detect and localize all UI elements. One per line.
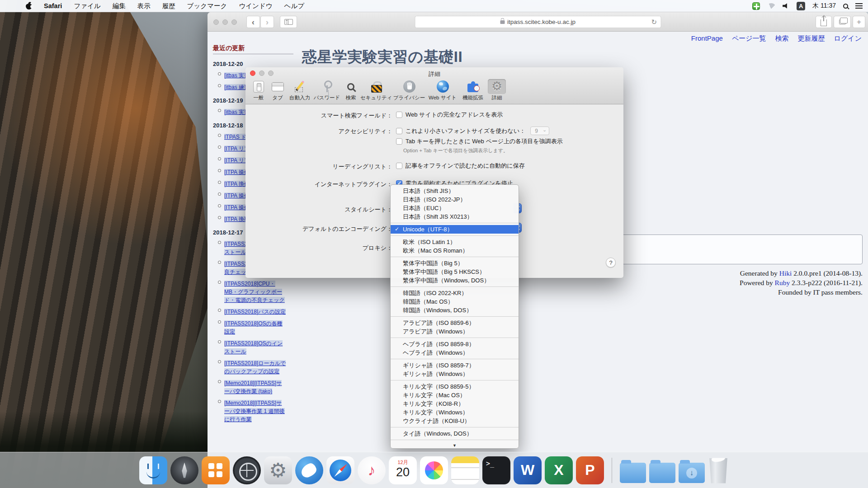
dock-thunderbird[interactable] — [295, 456, 323, 484]
spotlight-icon[interactable] — [843, 4, 848, 9]
status-app-icon[interactable] — [752, 2, 760, 10]
prefs-tab-autofill[interactable]: 自動入力 — [287, 78, 312, 101]
menu-bar-clock[interactable]: 木 11:37 — [812, 2, 836, 10]
checkbox[interactable] — [396, 112, 402, 118]
menu-app-name[interactable]: Safari — [44, 2, 62, 9]
input-source-icon[interactable]: A — [797, 2, 805, 10]
dock-word[interactable]: W — [514, 456, 542, 484]
encoding-option[interactable]: 日本語（ISO 2022-JP） — [391, 195, 519, 204]
encoding-option[interactable]: 欧米（ISO Latin 1） — [391, 238, 519, 246]
encoding-option[interactable]: キリル文字（Windows） — [391, 408, 519, 417]
minimize-button[interactable] — [259, 70, 264, 76]
sidebar-link[interactable]: [ITPASS2018]OSのインストール — [224, 340, 283, 355]
menu-help[interactable]: ヘルプ — [284, 2, 305, 10]
share-button[interactable] — [816, 16, 832, 28]
font-size-popup[interactable]: 9 — [530, 127, 549, 135]
sidebar-link[interactable]: [ITPASS2018]ローカルでのバックアップの設定 — [224, 360, 286, 375]
prefs-tab-advanced[interactable]: ⚙ 詳細 — [487, 78, 507, 101]
encoding-option[interactable]: 繁体字中国語（Big 5） — [391, 259, 519, 267]
checkbox[interactable] — [396, 138, 402, 145]
nav-page-list[interactable]: ページ一覧 — [732, 34, 766, 43]
encoding-option[interactable]: 韓国語（ISO 2022-KR） — [391, 289, 519, 297]
checkbox[interactable] — [396, 163, 402, 169]
prefs-tab-passwords[interactable]: パスワード — [312, 78, 341, 101]
zoom-button[interactable] — [231, 19, 237, 25]
encoding-option[interactable]: 欧米（Mac OS Roman） — [391, 246, 519, 255]
encoding-option-selected[interactable]: ✓ Unicode（UTF-8） — [391, 225, 519, 234]
help-button[interactable]: ? — [606, 258, 616, 267]
encoding-option[interactable]: ギリシャ語（ISO 8859-7） — [391, 361, 519, 370]
encoding-option[interactable]: 日本語（Shift JIS） — [391, 187, 519, 195]
encoding-option[interactable]: 繁体字中国語（Windows, DOS） — [391, 276, 519, 285]
menu-bookmarks[interactable]: ブックマーク — [187, 2, 227, 10]
dock-system-preferences[interactable]: ⚙ — [264, 456, 292, 484]
encoding-option[interactable]: 日本語（EUC） — [391, 204, 519, 212]
wifi-off-icon[interactable] — [767, 3, 775, 9]
encoding-option[interactable]: アラビア語（ISO 8859-6） — [391, 319, 519, 327]
nav-search[interactable]: 検索 — [775, 34, 789, 43]
menu-history[interactable]: 履歴 — [162, 2, 175, 10]
reload-icon[interactable]: ↻ — [651, 18, 657, 26]
dock-launchpad[interactable] — [170, 456, 198, 484]
dock-photos[interactable] — [420, 456, 448, 484]
encoding-option[interactable]: キリル文字（Mac OS） — [391, 391, 519, 399]
nav-frontpage[interactable]: FrontPage — [691, 34, 723, 43]
hiki-link[interactable]: Hiki — [779, 269, 792, 277]
sidebar-link[interactable]: [ITPASS2018]OSの各種設定 — [224, 320, 283, 335]
encoding-option[interactable]: アラビア語（Windows） — [391, 327, 519, 336]
apple-menu-icon[interactable] — [26, 2, 32, 9]
dock-itunes[interactable]: ♪ — [358, 456, 386, 484]
encoding-option[interactable]: ギリシャ語（Windows） — [391, 370, 519, 378]
dock-folder-2[interactable] — [649, 463, 675, 483]
encoding-option[interactable]: 韓国語（Mac OS） — [391, 297, 519, 306]
menu-view[interactable]: 表示 — [137, 2, 151, 10]
dock-excel[interactable]: X — [545, 456, 573, 484]
sidebar-toggle-button[interactable] — [280, 16, 297, 28]
dock-downloads-folder[interactable] — [679, 463, 705, 483]
dock-finder[interactable] — [139, 456, 167, 484]
forward-button[interactable]: › — [260, 16, 274, 28]
prefs-tab-privacy[interactable]: プライバシー — [392, 78, 426, 101]
sidebar-link[interactable]: [Memo2018][ITPASS]サーバ交換事作業 1 週間後に行う作業 — [224, 400, 285, 422]
dock-notes[interactable] — [451, 456, 479, 484]
new-tab-button[interactable]: + — [853, 16, 865, 28]
encoding-option[interactable]: ヘブライ語（ISO 8859-8） — [391, 340, 519, 348]
encoding-option[interactable]: 日本語（Shift JIS X0213） — [391, 212, 519, 221]
dock-calendar[interactable]: 12月 20 — [389, 456, 417, 484]
encoding-option[interactable]: ウクライナ語（KOI8-U） — [391, 417, 519, 425]
dock-powerpoint[interactable]: P — [576, 456, 604, 484]
close-button[interactable] — [213, 19, 219, 25]
encoding-option[interactable]: ヘブライ語（Windows） — [391, 348, 519, 357]
notification-center-icon[interactable] — [855, 3, 863, 9]
nav-recent-changes[interactable]: 更新履歴 — [798, 34, 825, 43]
tab-overview-button[interactable] — [834, 16, 851, 28]
encoding-option[interactable]: タイ語（Windows, DOS） — [391, 429, 519, 438]
nav-login[interactable]: ログイン — [834, 34, 862, 43]
prefs-tab-search[interactable]: 検索 — [341, 78, 360, 101]
sidebar-link[interactable]: [Memo2018][ITPASS]サーバ交換作業 (tako) — [224, 380, 282, 394]
ruby-link[interactable]: Ruby — [775, 279, 790, 286]
prefs-tab-general[interactable]: 一般 — [249, 78, 268, 101]
volume-icon[interactable] — [783, 3, 789, 9]
dock-wheel-app[interactable] — [233, 456, 261, 484]
prefs-tab-extensions[interactable]: 機能拡張 — [459, 78, 487, 101]
encoding-option[interactable]: 韓国語（Windows, DOS） — [391, 306, 519, 314]
close-button[interactable] — [250, 70, 255, 76]
prefs-tab-security[interactable]: セキュリティ — [360, 78, 392, 101]
back-button[interactable]: ‹ — [246, 16, 260, 28]
encoding-option[interactable]: 繁体字中国語（Big 5 HKSCS） — [391, 267, 519, 276]
encoding-option[interactable]: キリル文字（KOI8-R） — [391, 399, 519, 408]
dock-terminal[interactable]: >_ — [482, 456, 510, 484]
scroll-down-arrow[interactable]: ▼ — [391, 442, 519, 449]
sidebar-link[interactable]: [ITPASS2018]CPU・MB・グラフィックボード・電源の不良チェック — [224, 281, 285, 303]
address-bar[interactable]: itpass.scitec.kobe-u.ac.jp ↻ — [415, 16, 661, 28]
prefs-tab-websites[interactable]: Web サイト — [426, 78, 459, 101]
dock-orange-grid-app[interactable] — [202, 456, 230, 484]
zoom-button[interactable] — [268, 70, 274, 76]
minimize-button[interactable] — [222, 19, 228, 25]
sidebar-link[interactable]: [ITPASS2018]パスの設定 — [224, 309, 286, 315]
menu-edit[interactable]: 編集 — [113, 2, 126, 10]
dock-trash[interactable] — [708, 458, 729, 483]
menu-file[interactable]: ファイル — [74, 2, 100, 10]
encoding-option[interactable]: キリル文字（ISO 8859-5） — [391, 382, 519, 391]
